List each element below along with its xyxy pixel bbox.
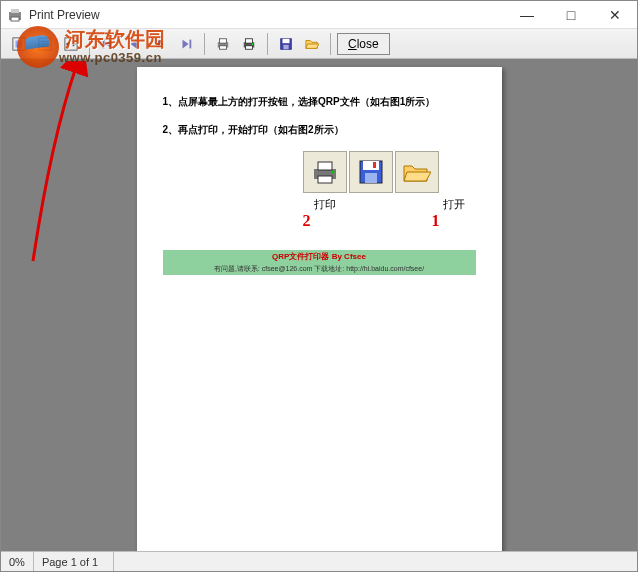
- zoom-fit-button[interactable]: [7, 32, 31, 56]
- red-number-2: 2: [303, 212, 347, 230]
- separator: [330, 33, 331, 55]
- label-spacer: [385, 197, 394, 230]
- page-icon-row: [303, 151, 476, 193]
- window-title: Print Preview: [29, 8, 100, 22]
- save-button[interactable]: [274, 32, 298, 56]
- instruction-1: 1、点屏幕最上方的打开按钮，选择QRP文件（如右图1所示）: [163, 95, 476, 109]
- page-footer: QRP文件打印器 By Cfsee 有问题,请联系: cfsee@126.com…: [163, 250, 476, 275]
- close-preview-button[interactable]: Close: [337, 33, 390, 55]
- page-print-icon: [303, 151, 347, 193]
- svg-rect-4: [16, 40, 23, 47]
- status-empty: [114, 552, 637, 571]
- minimize-button[interactable]: —: [505, 1, 549, 29]
- svg-rect-29: [373, 162, 376, 168]
- nav-prev-button[interactable]: [122, 32, 146, 56]
- separator: [89, 33, 90, 55]
- svg-rect-16: [246, 38, 253, 42]
- label-open: 打开 1: [432, 197, 476, 230]
- close-label: lose: [357, 37, 379, 51]
- svg-rect-1: [11, 9, 19, 13]
- svg-rect-23: [318, 162, 332, 170]
- svg-rect-20: [283, 38, 290, 42]
- print-button[interactable]: [237, 32, 261, 56]
- svg-rect-27: [363, 161, 379, 170]
- label-open-text: 打开: [432, 197, 476, 212]
- maximize-button[interactable]: □: [549, 1, 593, 29]
- toolbar: Close: [1, 29, 637, 59]
- separator: [204, 33, 205, 55]
- footer-contact: 有问题,请联系: cfsee@126.com 下载地址: http://hi.b…: [163, 263, 476, 275]
- statusbar: 0% Page 1 of 1: [1, 551, 637, 571]
- label-print-text: 打印: [303, 197, 347, 212]
- zoom-100-button[interactable]: [33, 32, 57, 56]
- svg-point-18: [252, 43, 254, 45]
- print-setup-button[interactable]: [211, 32, 235, 56]
- preview-area[interactable]: 1、点屏幕最上方的打开按钮，选择QRP文件（如右图1所示） 2、再点打印，开始打…: [1, 59, 637, 551]
- page-save-icon: [349, 151, 393, 193]
- svg-rect-24: [318, 176, 332, 183]
- page-icon-labels: 打印 2 打开 1: [303, 197, 476, 230]
- svg-rect-17: [246, 45, 253, 49]
- nav-next-button[interactable]: [148, 32, 172, 56]
- label-print: 打印 2: [303, 197, 347, 230]
- svg-rect-2: [11, 17, 19, 21]
- status-percent: 0%: [1, 552, 34, 571]
- separator: [267, 33, 268, 55]
- svg-rect-14: [220, 45, 227, 49]
- page-open-icon: [395, 151, 439, 193]
- zoom-width-button[interactable]: [59, 32, 83, 56]
- app-icon: [7, 7, 23, 23]
- titlebar: Print Preview — □ ✕: [1, 1, 637, 29]
- svg-rect-10: [103, 39, 105, 48]
- instruction-2: 2、再点打印，开始打印（如右图2所示）: [163, 123, 476, 137]
- svg-rect-13: [220, 38, 227, 42]
- nav-first-button[interactable]: [96, 32, 120, 56]
- red-number-1: 1: [432, 212, 476, 230]
- svg-rect-21: [283, 44, 288, 48]
- footer-title: QRP文件打印器 By Cfsee: [163, 250, 476, 263]
- preview-page: 1、点屏幕最上方的打开按钮，选择QRP文件（如右图1所示） 2、再点打印，开始打…: [137, 67, 502, 551]
- svg-rect-11: [190, 39, 192, 48]
- status-page: Page 1 of 1: [34, 552, 114, 571]
- svg-rect-28: [365, 173, 377, 183]
- close-window-button[interactable]: ✕: [593, 1, 637, 29]
- svg-point-25: [331, 171, 334, 174]
- nav-last-button[interactable]: [174, 32, 198, 56]
- window-controls: — □ ✕: [505, 1, 637, 29]
- open-button[interactable]: [300, 32, 324, 56]
